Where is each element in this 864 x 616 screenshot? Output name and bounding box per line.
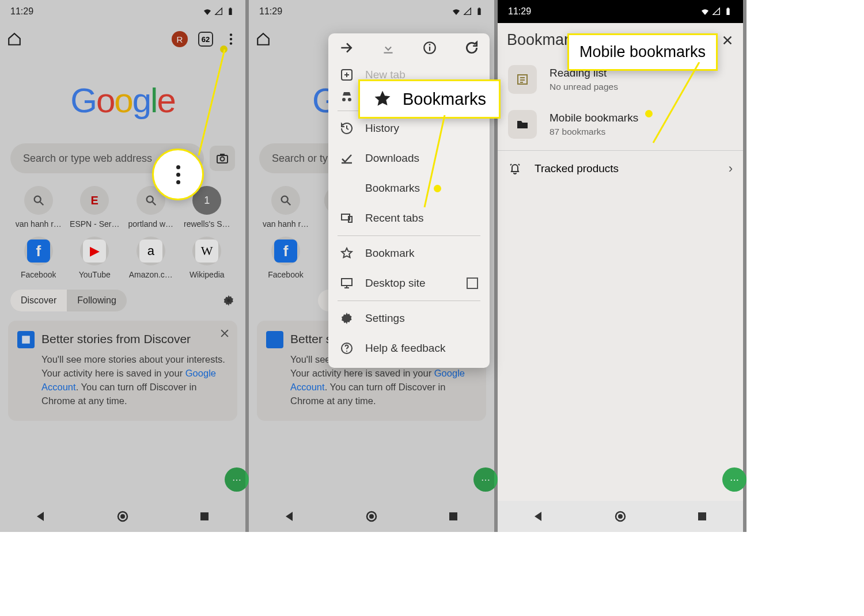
close-icon[interactable] [219, 328, 230, 339]
menu-settings[interactable]: Settings [328, 303, 490, 333]
shortcut-label: Facebook [21, 270, 56, 279]
svg-rect-18 [478, 9, 480, 15]
wifi-icon [452, 7, 461, 16]
back-icon[interactable] [34, 509, 48, 523]
download-icon[interactable] [381, 40, 396, 55]
svg-rect-38 [727, 7, 729, 9]
desktop-checkbox[interactable] [467, 277, 478, 289]
home-nav-icon[interactable] [613, 509, 627, 523]
menu-desktop-site[interactable]: Desktop site [328, 268, 490, 298]
more-vert-icon[interactable] [223, 32, 238, 47]
svg-point-8 [34, 196, 40, 203]
shortcut-item[interactable]: van hanh r… [10, 186, 67, 229]
signal-icon [712, 7, 721, 16]
shortcut-item[interactable]: f Facebook [10, 237, 67, 279]
shortcut-label: ESPN - Ser… [70, 219, 119, 229]
home-icon[interactable] [256, 32, 271, 47]
tab-discover[interactable]: Discover [10, 290, 67, 311]
battery-icon [475, 7, 484, 16]
android-nav-bar [0, 501, 245, 532]
menu-bookmark-page[interactable]: Bookmark [328, 238, 490, 268]
svg-rect-24 [449, 512, 457, 520]
search-row: Search or type web address [0, 143, 245, 173]
shortcut-item[interactable]: a Amazon.c… [123, 237, 179, 279]
svg-point-15 [120, 514, 125, 519]
fab-button[interactable]: ⋯ [722, 467, 746, 492]
shortcut-item[interactable]: van hanh r… [259, 186, 312, 229]
mobile-bookmarks-item[interactable]: Mobile bookmarks 87 bookmarks [498, 102, 743, 147]
shortcut-tile [271, 186, 300, 215]
history-icon [340, 121, 354, 135]
shortcut-item[interactable]: ▶ YouTube [67, 237, 123, 279]
android-nav-bar [498, 501, 743, 532]
panel-3-bookmarks: 11:29 Bookmarks Reading list No unread p… [498, 0, 746, 532]
plus-box-icon [340, 68, 354, 82]
back-icon[interactable] [532, 509, 545, 523]
svg-line-11 [153, 202, 156, 206]
shortcut-label: portland w… [128, 219, 173, 229]
callout-more-button [152, 149, 204, 200]
tracked-products-row[interactable]: Tracked products › [498, 150, 743, 187]
card-title: Better stories from Discover [41, 331, 191, 348]
home-icon[interactable] [7, 32, 22, 47]
svg-point-35 [346, 351, 347, 352]
star-filled-icon [373, 89, 392, 109]
svg-point-6 [221, 157, 225, 161]
shortcut-tile: a [137, 237, 165, 265]
shortcut-item[interactable]: W Wikipedia [179, 237, 236, 279]
status-bar: 11:29 [249, 0, 494, 23]
menu-bookmarks[interactable]: Bookmarks [328, 173, 490, 203]
gear-icon [340, 311, 354, 325]
star-filled-icon [340, 181, 354, 195]
tabs-button[interactable]: 62 [198, 32, 213, 47]
tab-following[interactable]: Following [67, 290, 127, 311]
google-logo: Google [0, 55, 245, 120]
forward-icon[interactable] [339, 40, 354, 55]
recents-icon[interactable] [198, 509, 211, 523]
shortcut-label: Amazon.c… [129, 270, 173, 279]
close-icon[interactable] [721, 34, 734, 47]
wifi-icon [700, 7, 710, 16]
recents-icon[interactable] [446, 509, 460, 523]
desktop-icon [340, 276, 354, 290]
svg-rect-1 [230, 7, 232, 9]
discover-icon [17, 331, 35, 348]
shortcut-item[interactable]: E ESPN - Ser… [67, 186, 123, 229]
home-nav-icon[interactable] [116, 509, 130, 523]
fab-button[interactable]: ⋯ [225, 467, 249, 492]
shortcut-item[interactable]: f Facebook [259, 237, 312, 279]
callout-bookmarks: Bookmarks [358, 79, 501, 119]
devices-icon [340, 211, 354, 225]
shortcut-label: rewells's S… [184, 219, 230, 229]
menu-recent-tabs[interactable]: Recent tabs [328, 203, 490, 233]
shortcut-grid: van hanh r… E ESPN - Ser… portland w… 1 … [0, 173, 245, 284]
camera-button[interactable] [210, 146, 235, 171]
back-icon[interactable] [283, 509, 297, 523]
shortcut-tile: f [24, 237, 53, 265]
status-bar: 11:29 [0, 0, 245, 23]
star-outline-icon [340, 246, 354, 260]
discover-icon [266, 331, 283, 348]
status-time: 11:29 [259, 6, 282, 17]
svg-rect-7 [220, 154, 225, 156]
battery-icon [723, 7, 733, 16]
reading-list-icon [508, 65, 537, 94]
reload-icon[interactable] [464, 40, 479, 55]
callout-mobile-bookmarks: Mobile bookmarks [567, 33, 718, 71]
status-time: 11:29 [10, 6, 33, 17]
svg-rect-27 [429, 47, 430, 51]
menu-downloads[interactable]: Downloads [328, 143, 490, 173]
svg-point-2 [230, 33, 232, 36]
recents-icon[interactable] [695, 509, 709, 523]
fab-button[interactable]: ⋯ [473, 467, 498, 492]
svg-point-41 [618, 514, 623, 519]
gear-icon[interactable] [222, 294, 235, 307]
feed-tabs-row: Discover Following [0, 290, 245, 311]
shortcut-label: van hanh r… [263, 219, 309, 229]
svg-line-9 [40, 202, 44, 206]
mobile-bookmarks-title: Mobile bookmarks [550, 112, 638, 124]
menu-help[interactable]: Help & feedback [328, 333, 490, 363]
home-nav-icon[interactable] [365, 509, 378, 523]
profile-avatar[interactable]: R [172, 31, 188, 47]
info-icon[interactable] [422, 40, 437, 55]
